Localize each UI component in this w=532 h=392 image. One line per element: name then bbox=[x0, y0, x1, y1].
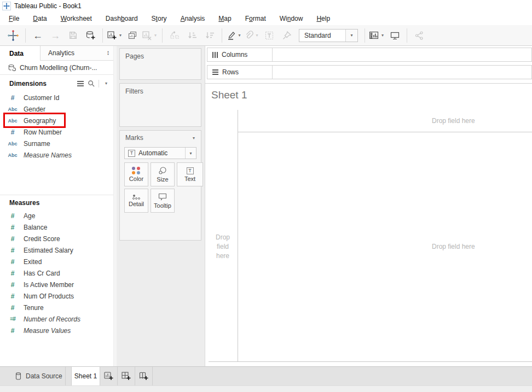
fix-axes-button[interactable] bbox=[279, 28, 295, 43]
view-list-icon[interactable] bbox=[77, 81, 84, 86]
field-gender[interactable]: Abc Gender bbox=[0, 103, 113, 115]
field-num-of-products[interactable]: # Num Of Products bbox=[0, 290, 113, 302]
drop-zone-columns-hint[interactable]: Drop field here bbox=[432, 117, 475, 125]
tooltip-button[interactable]: Tooltip bbox=[151, 189, 175, 213]
number-field-icon: # bbox=[5, 270, 20, 277]
rows-shelf[interactable]: Rows bbox=[207, 65, 532, 79]
field-geography[interactable]: Abc Geography bbox=[0, 115, 113, 126]
toolbar-separator bbox=[102, 28, 103, 43]
field-age[interactable]: # Age bbox=[0, 210, 113, 221]
field-surname[interactable]: Abc Surname bbox=[0, 138, 113, 149]
tab-sheet-1[interactable]: Sheet 1 bbox=[71, 367, 100, 385]
field-credit-score[interactable]: # Credit Score bbox=[0, 233, 113, 244]
presentation-mode-button[interactable] bbox=[386, 28, 403, 43]
search-icon[interactable] bbox=[88, 80, 95, 87]
menu-window[interactable]: Window bbox=[275, 13, 308, 24]
menu-data[interactable]: Data bbox=[28, 13, 51, 24]
number-field-icon: # bbox=[5, 212, 20, 220]
sheet-title[interactable]: Sheet 1 bbox=[211, 89, 247, 101]
field-tenure[interactable]: # Tenure bbox=[0, 302, 113, 313]
sort-descending-button[interactable] bbox=[201, 28, 218, 43]
mark-type-dropdown[interactable]: T Automatic ▾ bbox=[124, 147, 196, 159]
swap-rows-columns-button[interactable] bbox=[166, 28, 183, 43]
field-measure-names[interactable]: Abc Measure Names bbox=[0, 149, 113, 161]
group-members-button[interactable]: ▾ bbox=[244, 28, 260, 43]
rows-icon bbox=[212, 69, 218, 75]
detail-icon bbox=[132, 195, 140, 200]
menu-analysis[interactable]: Analysis bbox=[176, 13, 210, 24]
size-button[interactable]: Size bbox=[151, 162, 175, 186]
chevron-down-icon[interactable]: ▾ bbox=[345, 30, 357, 42]
sheet-canvas[interactable]: Sheet 1 Drop field here Drop field here … bbox=[205, 83, 532, 366]
data-source-tab[interactable]: Data Source bbox=[0, 367, 66, 385]
show-mark-labels-button[interactable] bbox=[261, 28, 277, 43]
drop-zone-rows-hint[interactable]: Drop field here bbox=[209, 233, 236, 261]
data-source-item[interactable]: Churn Modelling (Churn-... bbox=[0, 61, 113, 75]
size-icon bbox=[158, 166, 167, 175]
detail-button[interactable]: Detail bbox=[124, 189, 148, 213]
filters-shelf[interactable]: Filters bbox=[119, 83, 201, 127]
title-bar: Tableau Public - Book1 bbox=[0, 0, 532, 12]
toolbar-separator bbox=[222, 28, 222, 43]
toolbar-separator bbox=[162, 28, 163, 43]
filters-label: Filters bbox=[120, 84, 201, 95]
window-title: Tableau Public - Book1 bbox=[14, 2, 82, 10]
field-measure-values[interactable]: # Measure Values bbox=[0, 325, 113, 336]
field-is-active-member[interactable]: # Is Active Member bbox=[0, 279, 113, 290]
save-button[interactable] bbox=[65, 28, 81, 43]
menu-map[interactable]: Map bbox=[214, 13, 235, 24]
menu-dashboard[interactable]: Dashboard bbox=[101, 13, 142, 24]
menu-file[interactable]: File bbox=[4, 13, 24, 24]
tab-data[interactable]: Data bbox=[0, 46, 41, 61]
clear-sheet-button[interactable]: ▾ bbox=[142, 28, 158, 43]
tab-analytics[interactable]: Analytics ▴▾ bbox=[41, 46, 113, 61]
sheet-tab-bar: Data Source Sheet 1 bbox=[0, 366, 532, 385]
marks-label: Marks bbox=[125, 134, 143, 142]
new-data-source-button[interactable] bbox=[82, 28, 99, 43]
tableau-window: Tableau Public - Book1 File Data Workshe… bbox=[0, 0, 532, 392]
new-dashboard-button[interactable] bbox=[118, 367, 135, 385]
field-row-number[interactable]: # Row Number bbox=[0, 126, 113, 138]
redo-button[interactable]: → bbox=[47, 28, 63, 43]
cards-panel: Pages Filters Marks ▾ T Automatic ▾ bbox=[117, 46, 205, 366]
field-estimated-salary[interactable]: # Estimated Salary bbox=[0, 244, 113, 256]
menu-story[interactable]: Story bbox=[147, 13, 171, 24]
field-customer-id[interactable]: # Customer Id bbox=[0, 92, 113, 103]
chevron-down-icon[interactable]: ▾ bbox=[185, 148, 196, 159]
text-button[interactable]: T Text bbox=[177, 162, 203, 186]
menu-format[interactable]: Format bbox=[241, 13, 270, 24]
rows-drop-area[interactable] bbox=[273, 66, 531, 79]
duplicate-button[interactable] bbox=[124, 28, 141, 43]
marks-card[interactable]: Marks ▾ T Automatic ▾ Color bbox=[119, 130, 201, 241]
pane-swap-icon[interactable]: ▴▾ bbox=[107, 50, 109, 56]
field-exited[interactable]: # Exited bbox=[0, 256, 113, 267]
sort-ascending-button[interactable] bbox=[184, 28, 200, 43]
new-story-button[interactable] bbox=[135, 367, 153, 385]
field-has-cr-card[interactable]: # Has Cr Card bbox=[0, 267, 113, 279]
toolbar: ← → ▾ bbox=[0, 25, 532, 46]
new-worksheet-button[interactable]: ▾ bbox=[107, 28, 123, 43]
undo-button[interactable]: ← bbox=[30, 28, 46, 43]
highlight-button[interactable]: ▾ bbox=[226, 28, 242, 43]
pages-shelf[interactable]: Pages bbox=[119, 48, 201, 80]
menu-worksheet[interactable]: Worksheet bbox=[56, 13, 96, 24]
data-source-icon bbox=[8, 64, 16, 72]
share-button[interactable] bbox=[411, 28, 427, 43]
new-worksheet-icon bbox=[103, 371, 114, 381]
drop-zone-body-hint[interactable]: Drop field here bbox=[432, 243, 475, 250]
field-number-of-records[interactable]: =# Number of Records bbox=[0, 313, 113, 325]
color-button[interactable]: Color bbox=[124, 162, 148, 186]
string-field-icon: Abc bbox=[5, 107, 20, 112]
number-field-icon: # bbox=[5, 224, 20, 231]
menu-help[interactable]: Help bbox=[312, 13, 334, 24]
field-balance[interactable]: # Balance bbox=[0, 221, 113, 233]
columns-drop-area[interactable] bbox=[273, 48, 531, 61]
marks-menu-icon[interactable]: ▾ bbox=[191, 136, 196, 141]
tableau-logo-icon[interactable] bbox=[5, 28, 21, 43]
pane-divider bbox=[0, 161, 113, 195]
dimensions-menu-icon[interactable]: ▾ bbox=[103, 81, 109, 86]
show-me-button[interactable]: ▾ bbox=[369, 28, 385, 43]
columns-shelf[interactable]: Columns bbox=[207, 48, 532, 62]
fit-selector[interactable]: Standard ▾ bbox=[299, 29, 358, 42]
new-worksheet-tab-button[interactable] bbox=[100, 367, 118, 385]
